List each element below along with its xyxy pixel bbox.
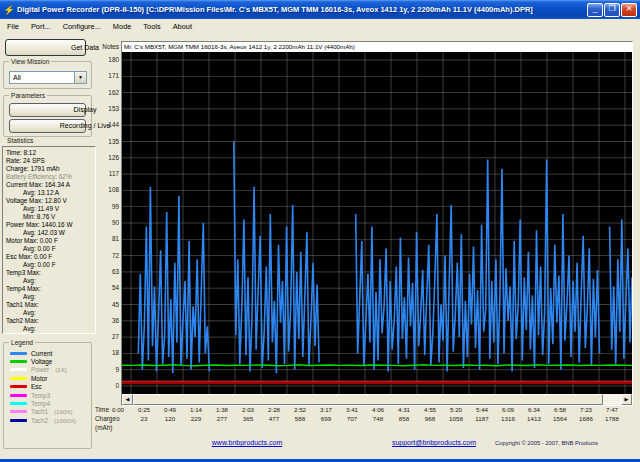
charge-tick: 707 [347,415,357,422]
y-axis-tick: 36 [0,317,119,324]
chart-plot-area[interactable] [122,52,632,394]
y-axis-tick: 126 [0,154,119,161]
title-bar[interactable]: ⚡ Digital Power Recorder (DPR-II-150) [C… [0,0,640,19]
y-axis-tick: 171 [0,72,119,79]
legend-item-multiplier: (1000X) [54,417,76,424]
app-window: ⚡ Digital Power Recorder (DPR-II-150) [C… [0,0,640,462]
charge-tick: 120 [165,415,175,422]
website-link[interactable]: www.bnbproducts.com [212,439,282,446]
legend-item-temp4[interactable]: Temp4 [4,399,91,407]
scroll-left-icon[interactable]: ◀ [122,394,133,405]
time-tick: 5:44 [476,406,488,413]
charge-tick: 1187 [475,415,488,422]
legend-swatch-icon [10,377,27,380]
y-axis-tick: 135 [0,138,119,145]
app-icon[interactable]: ⚡ [3,4,15,16]
charge-tick: 858 [399,415,409,422]
time-tick: 3:41 [346,406,358,413]
legend-swatch-icon [10,410,27,413]
y-axis-tick: 99 [0,203,119,210]
chart-svg [122,52,632,394]
y-axis-tick: 72 [0,252,119,259]
time-tick: 7:23 [580,406,592,413]
time-tick: 7:47 [606,406,618,413]
time-tick: 6:09 [502,406,514,413]
time-tick: 2:28 [268,406,280,413]
menu-item-tools[interactable]: Tools [137,21,166,32]
scroll-right-icon[interactable]: ▶ [621,394,632,405]
restore-button[interactable]: ❐ [604,3,620,17]
y-axis-tick: 18 [0,349,119,356]
time-tick: 0:00 [112,406,124,413]
legend-swatch-icon [10,360,27,363]
chart-horizontal-scrollbar[interactable]: ◀ ▶ [122,394,632,405]
y-axis-tick: 54 [0,284,119,291]
charge-tick: 229 [191,415,201,422]
charge-tick: 1788 [605,415,619,422]
time-tick: 2:03 [242,406,254,413]
minimize-button[interactable]: _ [587,3,603,17]
y-axis-tick: 27 [0,333,119,340]
close-button[interactable]: ✕ [621,3,637,17]
y-axis-tick: 180 [0,56,119,63]
window-title: Digital Power Recorder (DPR-II-150) [C:\… [17,5,587,14]
legend-item-tach1[interactable]: Tach1(100X) [4,408,91,416]
menu-item-port[interactable]: Port... [25,21,57,32]
copyright-text: Copyright © 2005 - 2007, BNB Products [495,440,598,446]
menu-item-file[interactable]: File [1,21,25,32]
legend-item-label: Tach1 [31,408,48,415]
parameters-group: Parameters Display Recording / Live [3,95,92,137]
chart-panel: Mr. C's MBX5T, MGM TMM 16016-3s, Aveox 1… [121,41,633,406]
y-axis-tick: 153 [0,105,119,112]
charge-tick: 699 [321,415,331,422]
charge-tick: 365 [243,415,253,422]
y-axis-tick: 63 [0,268,119,275]
y-axis-tick: 90 [0,219,119,226]
y-axis-tick: 162 [0,89,119,96]
time-tick: 4:31 [398,406,410,413]
charge-tick: 1686 [579,415,593,422]
charge-unit-label: (mAh) [95,424,121,431]
legend-item-tach2[interactable]: Tach2(1000X) [4,416,91,424]
charge-tick: 23 [141,415,148,422]
legend-item-voltage[interactable]: Voltage [4,357,91,365]
notes-column-header: Notes [0,43,119,50]
time-tick: 4:55 [424,406,436,413]
time-tick: 0:25 [138,406,150,413]
legend-item-label: Motor [31,375,47,382]
support-email-link[interactable]: support@bnbproducts.com [392,439,476,446]
stat-line: Avg: [6,309,95,317]
chart-title: Mr. C's MBX5T, MGM TMM 16016-3s, Aveox 1… [122,42,632,52]
scrollbar-thumb[interactable] [133,394,603,405]
y-axis-tick: 9 [0,366,119,373]
stat-line: Avg: [6,325,95,333]
y-axis-tick: 144 [0,121,119,128]
time-tick: 6:34 [528,406,540,413]
menu-item-about[interactable]: About [167,21,198,32]
time-tick: 5:20 [450,406,462,413]
legend-item-label: Temp3 [31,392,50,399]
menu-item-configure[interactable]: Configure... [57,21,107,32]
charge-tick: 748 [373,415,383,422]
time-tick: 6:58 [554,406,566,413]
legend-item-label: Tach2 [31,417,48,424]
legend-swatch-icon [10,419,27,422]
time-tick: 2:52 [294,406,306,413]
charge-tick: 1413 [527,415,541,422]
legend-item-label: Voltage [31,358,52,365]
charge-tick: 1316 [501,415,515,422]
y-axis-tick: 117 [0,170,119,177]
main-area: Get Data View Mission All ▼ Parameters D… [0,33,640,459]
legend-group: Legend CurrentVoltagePower(1X)MotorEscTe… [3,342,92,449]
menu-item-mode[interactable]: Mode [107,21,138,32]
legend-swatch-icon [10,402,27,405]
charge-tick: 1058 [449,415,463,422]
menu-bar: FilePort...Configure...ModeToolsAbout [0,19,640,33]
legend-swatch-icon [10,394,27,397]
y-axis-tick: 81 [0,235,119,242]
legend-item-temp3[interactable]: Temp3 [4,391,91,399]
charge-tick: 1564 [553,415,567,422]
y-axis-tick: 45 [0,301,119,308]
time-tick: 3:17 [320,406,332,413]
charge-tick: 0 [116,415,119,422]
